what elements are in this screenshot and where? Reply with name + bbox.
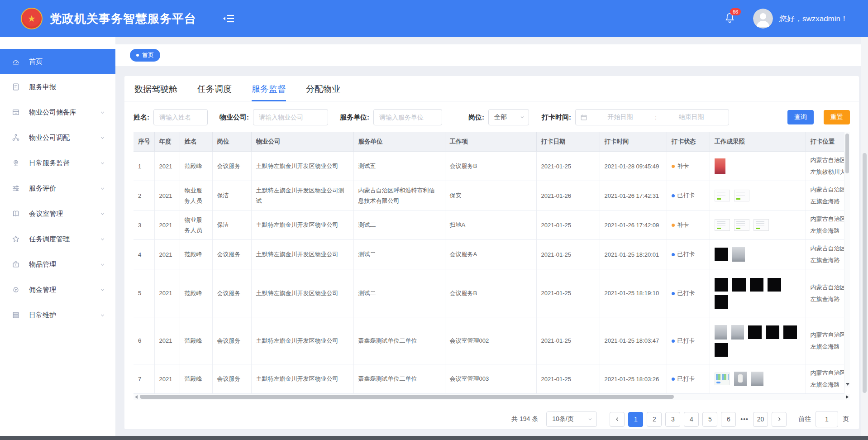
user-avatar[interactable] (753, 9, 773, 29)
person-thumbnail[interactable] (734, 372, 747, 386)
black-thumbnail[interactable] (715, 248, 728, 261)
table-row[interactable]: 52021范殿峰会议服务土默特左旗金川开发区物业公司测试二会议服务B2021-0… (134, 269, 844, 317)
doc-thumbnail[interactable] (734, 190, 749, 201)
cell-year: 2021 (154, 364, 180, 394)
maintenance-icon (12, 311, 20, 319)
black-thumbnail[interactable] (750, 278, 763, 292)
table-row[interactable]: 12021范殿峰会议服务土默特左旗金川开发区物业公司测试五会议服务B2021-0… (134, 152, 844, 181)
scroll-down-arrow-icon[interactable] (846, 383, 849, 386)
black-thumbnail[interactable] (768, 278, 781, 292)
cell-company: 土默特左旗金川开发区物业公司 (251, 240, 353, 269)
sidebar-item-label: 服务申报 (29, 83, 115, 91)
page-size-select[interactable]: 10条/页 (546, 411, 597, 427)
breadcrumb-pill[interactable]: 首页 (130, 49, 160, 62)
table-row[interactable]: 22021物业服务人员保洁土默特左旗金川开发区物业公司测试内蒙古自治区呼和浩特市… (134, 181, 844, 210)
sidebar-item-property-company-reserve[interactable]: 物业公司储备库 (0, 100, 115, 125)
search-button[interactable]: 查询 (787, 110, 814, 124)
black-thumbnail[interactable] (732, 278, 746, 292)
prev-page-button[interactable] (610, 412, 625, 427)
name-filter-input[interactable] (153, 109, 208, 125)
sidebar-item-label: 物业公司调配 (29, 134, 100, 142)
next-page-button[interactable] (772, 412, 787, 427)
black-thumbnail[interactable] (766, 325, 779, 339)
notification-bell-icon[interactable]: 66 (725, 12, 735, 25)
scroll-right-arrow-icon[interactable] (846, 395, 849, 399)
unit-filter-input[interactable] (373, 109, 442, 125)
table-vertical-scrollbar[interactable] (844, 132, 850, 387)
page-number-button[interactable]: 5 (702, 412, 717, 427)
reset-button[interactable]: 重置 (824, 110, 850, 124)
sidebar-item-service-declare[interactable]: 服务申报 (0, 74, 115, 100)
cell-unit: 测试二 (353, 210, 445, 240)
sidebar-item-daily-service-supervision[interactable]: 日常服务监督 (0, 150, 115, 176)
black-thumbnail[interactable] (783, 325, 797, 339)
pagination-ellipsis[interactable]: ••• (740, 416, 749, 423)
gray-photo-thumbnail[interactable] (732, 247, 745, 262)
cell-check-location: 内蒙古自治区呼和左旗金海路 (806, 317, 844, 364)
page-number-button[interactable]: 20 (753, 412, 768, 427)
time-range-picker[interactable]: 开始日期 : 结束日期 (575, 109, 729, 125)
page-number-button[interactable]: 6 (721, 412, 736, 427)
tab-service-supervision[interactable]: 服务监督 (252, 83, 286, 101)
table-row[interactable]: 72021范殿峰会议服务土默特左旗金川开发区物业公司聂鑫磊测试单位二单位会议室管… (134, 364, 844, 394)
calendar-thumbnail[interactable] (715, 373, 730, 385)
cell-check-time: 2021-01-25 18:20:01 (600, 240, 667, 269)
gray-photo-thumbnail[interactable] (731, 325, 744, 340)
sidebar-item-goods-management[interactable]: 物品管理 (0, 252, 115, 277)
goto-page-input[interactable] (816, 411, 838, 427)
sidebar: 首页服务申报物业公司储备库物业公司调配日常服务监督服务评价会议室管理任务调度管理… (0, 37, 115, 436)
company-filter-input[interactable] (253, 109, 328, 125)
table-row[interactable]: 32021物业服务人员保洁土默特左旗金川开发区物业公司测试二扫地A2021-01… (134, 210, 844, 240)
column-header: 岗位 (212, 132, 251, 152)
doc-thumbnail[interactable] (734, 219, 749, 231)
table-row[interactable]: 62021范殿峰会议服务土默特左旗金川开发区物业公司聂鑫磊测试单位二单位会议室管… (134, 317, 844, 364)
sidebar-item-commission-management[interactable]: 佣金管理 (0, 277, 115, 302)
gray-photo-thumbnail[interactable] (715, 325, 727, 340)
location-line: 左旗敕勒川大街 (811, 166, 839, 178)
tab-assign-property[interactable]: 分配物业 (306, 83, 340, 101)
page-number-button[interactable]: 4 (684, 412, 699, 427)
browser-scrollbar[interactable] (861, 37, 868, 436)
form-icon (12, 83, 20, 91)
black-thumbnail[interactable] (715, 278, 728, 292)
cell-year: 2021 (154, 181, 180, 210)
black-thumbnail[interactable] (715, 295, 728, 309)
post-filter-select[interactable]: 全部 (488, 109, 529, 125)
doc-thumbnail[interactable] (754, 219, 769, 231)
cell-check-date: 2021-01-25 (536, 317, 600, 364)
scroll-left-arrow-icon[interactable] (135, 395, 138, 399)
tab-task-dispatch[interactable]: 任务调度 (197, 83, 232, 101)
menu-collapse-icon[interactable] (223, 14, 234, 23)
sidebar-item-meeting-room-management[interactable]: 会议室管理 (0, 201, 115, 226)
chevron-down-icon (520, 115, 525, 120)
page-number-button[interactable]: 1 (628, 412, 643, 427)
sidebar-item-daily-maintenance[interactable]: 日常维护 (0, 302, 115, 328)
cell-task: 会议服务A (445, 240, 536, 269)
scrollbar-thumb[interactable] (845, 134, 849, 173)
page-number-button[interactable]: 3 (665, 412, 680, 427)
table-horizontal-scrollbar[interactable] (134, 394, 850, 400)
cell-result-photos (710, 181, 806, 210)
sidebar-item-task-dispatch-management[interactable]: 任务调度管理 (0, 226, 115, 252)
unit-filter-label: 服务单位: (340, 113, 369, 122)
black-thumbnail[interactable] (748, 325, 762, 339)
doc-thumbnail[interactable] (715, 219, 730, 231)
sidebar-item-home[interactable]: 首页 (0, 49, 115, 74)
scrollbar-thumb[interactable] (140, 395, 674, 399)
sidebar-item-property-company-dispatch[interactable]: 物业公司调配 (0, 125, 115, 150)
sidebar-item-service-evaluation[interactable]: 服务评价 (0, 176, 115, 201)
page-number-button[interactable]: 2 (647, 412, 662, 427)
scrollbar-thumb[interactable] (863, 153, 867, 393)
table-row[interactable]: 42021范殿峰会议服务土默特左旗金川开发区物业公司测试二会议服务A2021-0… (134, 240, 844, 269)
black-thumbnail[interactable] (715, 343, 728, 357)
doc-thumbnail[interactable] (715, 190, 730, 201)
location-line: 左旗金海路 (811, 254, 839, 266)
cell-name: 物业服务人员 (180, 210, 212, 240)
location-line: 内蒙古自治区呼和 (811, 329, 839, 341)
status-text: 补卡 (677, 163, 689, 169)
cell-index: 6 (134, 317, 154, 364)
red-sunset-thumbnail[interactable] (715, 158, 725, 174)
gray-photo-thumbnail[interactable] (751, 372, 763, 386)
column-header: 工作项 (445, 132, 536, 152)
tab-data-cockpit[interactable]: 数据驾驶舱 (134, 83, 177, 101)
